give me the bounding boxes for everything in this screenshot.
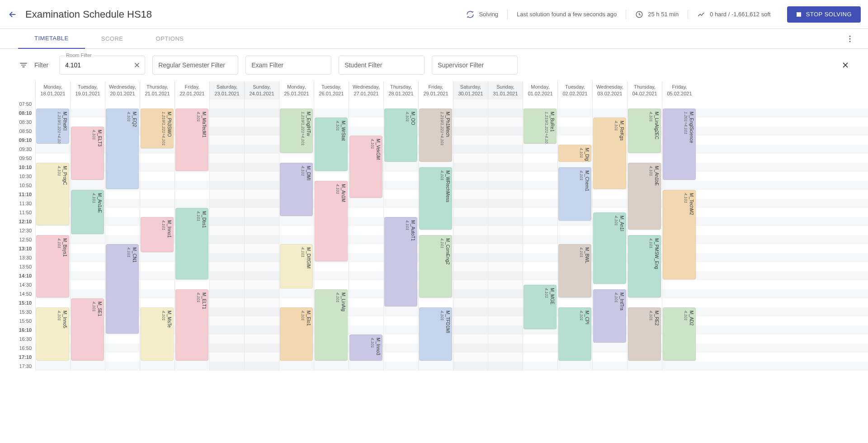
time-label: 08:50 bbox=[0, 127, 35, 136]
tab-timetable[interactable]: TIMETABLE bbox=[18, 29, 85, 49]
exam-room: 4.101 bbox=[544, 288, 549, 298]
exam-title: M_ELT1 bbox=[202, 292, 207, 309]
time-label: 10:50 bbox=[0, 181, 35, 190]
exam-event[interactable]: M_Inno14.101 bbox=[141, 217, 174, 252]
exam-event[interactable]: M_ComEng24.101 bbox=[419, 235, 452, 297]
exam-room: 4.101 bbox=[579, 311, 584, 321]
time-label: 17:10 bbox=[0, 353, 35, 362]
back-button[interactable] bbox=[7, 9, 18, 20]
exam-event[interactable]: M_OO4.101 bbox=[384, 108, 417, 162]
exam-event[interactable]: M_ProgC4.101 bbox=[36, 163, 69, 225]
last-solution-text: Last solution found a few seconds ago bbox=[508, 7, 626, 22]
day-header: Tuesday,26.01.2021 bbox=[314, 81, 349, 99]
exam-title: M_WrStat bbox=[341, 121, 346, 141]
regular-semester-filter-input[interactable]: Regular Semester Filter bbox=[152, 56, 238, 75]
exam-title: M_Dbs1 bbox=[202, 211, 207, 228]
day-header: Tuesday,19.01.2021 bbox=[70, 81, 105, 99]
exam-event[interactable]: M_An1aE4.101 bbox=[71, 190, 104, 234]
day-header: Saturday,30.01.2021 bbox=[453, 81, 488, 99]
exam-room: 4.101 bbox=[301, 166, 305, 176]
exam-room: 4.101 bbox=[370, 338, 375, 348]
exam-event[interactable]: M_AD24.101 bbox=[663, 307, 696, 361]
exam-event[interactable]: M_VekGM4.101 bbox=[349, 136, 382, 198]
clear-all-filters-button[interactable] bbox=[841, 61, 850, 70]
exam-room: 4.101 bbox=[579, 170, 584, 181]
exam-room: 1.219/1.221+4.101 bbox=[161, 112, 166, 146]
page-title: Examination Schedule HS18 bbox=[25, 9, 152, 20]
exam-event[interactable]: M_ELT14.101 bbox=[175, 289, 208, 361]
room-filter-value: 4.101 bbox=[65, 61, 81, 69]
room-filter-clear-button[interactable] bbox=[133, 61, 141, 69]
exam-filter-input[interactable]: Exam Filter bbox=[245, 56, 331, 75]
exam-event[interactable]: M_DigT4.101 bbox=[558, 145, 591, 162]
exam-event[interactable]: M_ReKgs4.101 bbox=[593, 118, 626, 189]
time-label: 12:50 bbox=[0, 235, 35, 244]
supervisor-filter-input[interactable]: Supervisor Filter bbox=[432, 56, 518, 75]
exam-event[interactable]: M_Chem14.101 bbox=[558, 167, 591, 221]
exam-event[interactable]: M_CPI4.101 bbox=[558, 307, 591, 361]
exam-event[interactable]: M_EQ24.101 bbox=[106, 108, 139, 189]
exam-event[interactable]: M_Ph3SWO1.219/1.221+4.101 bbox=[141, 108, 174, 148]
exam-title: M_DigT bbox=[585, 148, 590, 162]
exam-event[interactable]: M_MaTecM14.101 bbox=[175, 108, 208, 171]
time-label: 10:10 bbox=[0, 163, 35, 172]
stop-solving-button[interactable]: STOP SOLVING bbox=[787, 6, 861, 23]
more-menu-button[interactable] bbox=[843, 34, 857, 43]
tab-options[interactable]: OPTIONS bbox=[140, 29, 200, 49]
timetable-grid[interactable]: 07:5008:1008:3008:5009:1009:3009:5010:10… bbox=[0, 81, 868, 443]
exam-event[interactable]: M_Elo14.101 bbox=[280, 307, 313, 361]
time-label: 09:50 bbox=[0, 154, 35, 163]
exam-room: 1.219/1.221+4.101 bbox=[544, 112, 549, 144]
exam-event[interactable]: M_EnglScience1.201+4.101 bbox=[663, 108, 696, 180]
exam-room: 4.101 bbox=[405, 112, 410, 122]
exam-event[interactable]: M_Bsys14.101 bbox=[36, 235, 69, 297]
time-label: 08:30 bbox=[0, 118, 35, 127]
filter-icon bbox=[18, 61, 29, 70]
exam-event[interactable]: M_RE24.101 bbox=[628, 307, 661, 361]
exam-title: M_Ph3SWO bbox=[167, 112, 172, 137]
exam-event[interactable]: M_An1M4.101 bbox=[315, 181, 348, 261]
exam-event[interactable]: M_ELT34.101 bbox=[71, 127, 104, 180]
exam-event[interactable]: M_Inno34.101 bbox=[349, 335, 382, 361]
exam-event[interactable]: M_SE14.101 bbox=[71, 298, 104, 361]
exam-title: M_ProgC bbox=[62, 166, 67, 185]
exam-event[interactable]: M_TFD1MI4.101 bbox=[419, 307, 452, 361]
exam-event[interactable]: M_BuRe11.219/1.221+4.101 bbox=[524, 108, 557, 144]
exam-event[interactable]: M_PMSW_Eng4.101 bbox=[628, 235, 661, 297]
exam-title: M_MsTe bbox=[167, 311, 172, 328]
exam-event[interactable]: M_An1I4.101 bbox=[593, 212, 626, 284]
exam-event[interactable]: M_Dbs14.101 bbox=[175, 208, 208, 279]
exam-event[interactable]: M_LinAlg2EC4.101 bbox=[628, 108, 661, 153]
exam-event[interactable]: M_TechM24.101 bbox=[663, 190, 696, 279]
exam-event[interactable]: M_IntTra4.101 bbox=[593, 289, 626, 343]
exam-event[interactable]: M_RheKI1.219/1.221+4.101 bbox=[36, 108, 69, 144]
time-label: 16:10 bbox=[0, 325, 35, 335]
exam-event[interactable]: M_MGE4.101 bbox=[524, 285, 557, 329]
room-filter-input[interactable]: Room Filter 4.101 bbox=[59, 56, 145, 75]
exam-event[interactable]: M_MsTe4.101 bbox=[141, 307, 174, 361]
exam-event[interactable]: M_WrStat4.101 bbox=[315, 118, 348, 171]
exam-event[interactable]: M_Ph1Mech1.219/1.221+4.101 bbox=[419, 108, 452, 162]
exam-event[interactable]: M_Inno54.101 bbox=[36, 307, 69, 361]
exam-event[interactable]: M_AutoT14.101 bbox=[384, 217, 417, 306]
student-filter-input[interactable]: Student Filter bbox=[339, 56, 425, 75]
exam-room: 4.101 bbox=[440, 311, 444, 321]
exam-event[interactable]: M_DMI4.101 bbox=[280, 163, 313, 216]
exam-title: M_CN1 bbox=[132, 247, 137, 263]
exam-title: M_EnglScience bbox=[689, 112, 694, 143]
exam-event[interactable]: M_An1bE4.101 bbox=[628, 163, 661, 230]
exam-title: M_An1bE bbox=[654, 166, 659, 186]
exam-room: 4.101 bbox=[649, 166, 653, 176]
exam-event[interactable]: M_LinAlg4.101 bbox=[315, 289, 348, 361]
exam-room: 4.101 bbox=[335, 184, 340, 194]
exam-event[interactable]: M_DiffGlM4.101 bbox=[280, 244, 313, 288]
exam-event[interactable]: M_CN14.101 bbox=[106, 244, 139, 334]
exam-event[interactable]: M_BWL4.101 bbox=[558, 244, 591, 297]
close-icon bbox=[841, 61, 850, 70]
tab-score[interactable]: SCORE bbox=[85, 29, 140, 49]
exam-title: M_BuRe1 bbox=[550, 112, 555, 132]
exam-event[interactable]: M_EnglHTw1.219/1.221+4.101 bbox=[280, 108, 313, 153]
exam-event[interactable]: M_WRechMess4.101 bbox=[419, 167, 452, 230]
more-vert-icon bbox=[845, 34, 854, 43]
trend-icon bbox=[697, 10, 705, 19]
